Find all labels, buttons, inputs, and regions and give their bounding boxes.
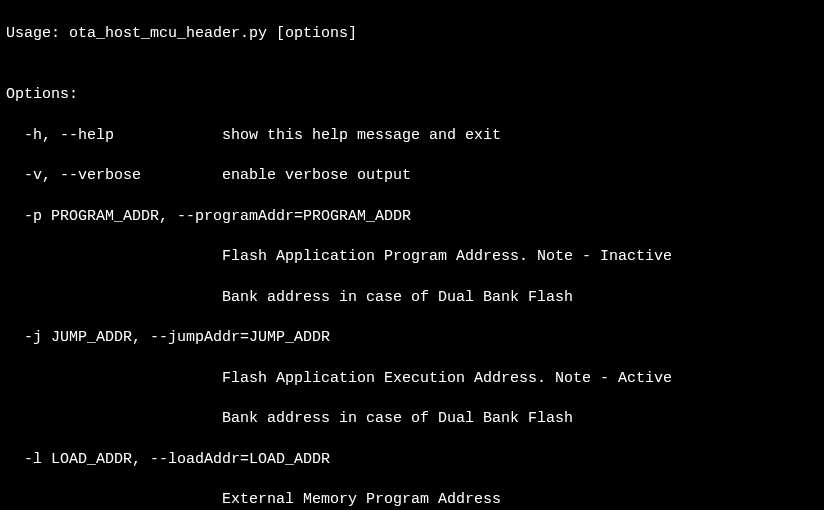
usage-line: Usage: ota_host_mcu_header.py [options] xyxy=(6,24,818,44)
opt-jump-addr-desc-2: Bank address in case of Dual Bank Flash xyxy=(6,409,818,429)
opt-verbose: -v, --verbose enable verbose output xyxy=(6,166,818,186)
opt-load-addr-desc: External Memory Program Address xyxy=(6,490,818,510)
opt-load-addr: -l LOAD_ADDR, --loadAddr=LOAD_ADDR xyxy=(6,450,818,470)
opt-program-addr-desc-2: Bank address in case of Dual Bank Flash xyxy=(6,288,818,308)
options-header: Options: xyxy=(6,85,818,105)
opt-jump-addr-desc-1: Flash Application Execution Address. Not… xyxy=(6,369,818,389)
opt-help: -h, --help show this help message and ex… xyxy=(6,126,818,146)
terminal-output: Usage: ota_host_mcu_header.py [options] … xyxy=(0,0,824,510)
opt-jump-addr: -j JUMP_ADDR, --jumpAddr=JUMP_ADDR xyxy=(6,328,818,348)
opt-program-addr-desc-1: Flash Application Program Address. Note … xyxy=(6,247,818,267)
opt-program-addr: -p PROGRAM_ADDR, --programAddr=PROGRAM_A… xyxy=(6,207,818,227)
